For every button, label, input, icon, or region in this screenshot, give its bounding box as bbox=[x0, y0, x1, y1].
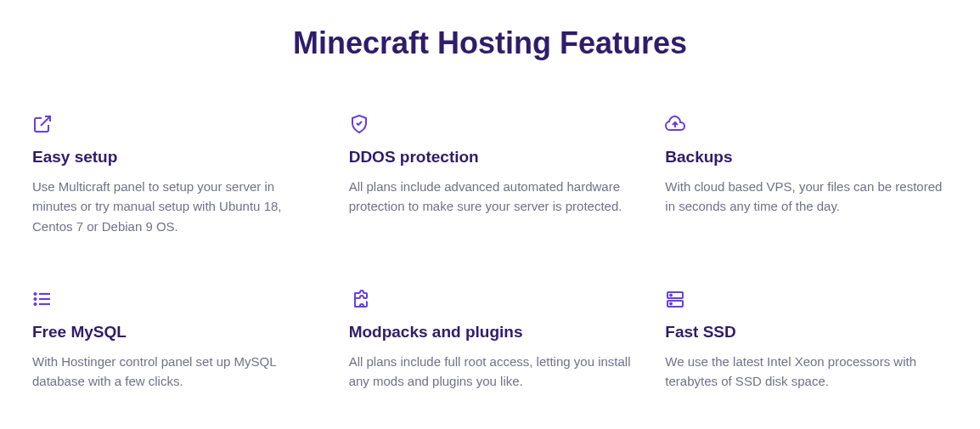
feature-easy-setup: Easy setup Use Multicraft panel to setup… bbox=[32, 112, 315, 236]
features-grid: Easy setup Use Multicraft panel to setup… bbox=[32, 112, 948, 391]
svg-point-4 bbox=[35, 298, 37, 300]
svg-point-8 bbox=[670, 294, 672, 296]
feature-description: With cloud based VPS, your files can be … bbox=[665, 177, 948, 217]
feature-free-mysql: Free MySQL With Hostinger control panel … bbox=[32, 287, 315, 392]
feature-title: Modpacks and plugins bbox=[349, 323, 632, 342]
page-heading: Minecraft Hosting Features bbox=[32, 25, 948, 61]
svg-point-3 bbox=[35, 293, 37, 295]
feature-title: Backups bbox=[665, 148, 948, 167]
feature-title: Easy setup bbox=[32, 148, 315, 167]
shield-check-icon bbox=[349, 112, 632, 136]
feature-description: All plans include full root access, lett… bbox=[349, 352, 632, 392]
external-link-icon bbox=[32, 112, 315, 136]
feature-description: Use Multicraft panel to setup your serve… bbox=[32, 177, 315, 236]
feature-title: DDOS protection bbox=[349, 148, 632, 167]
feature-description: All plans include advanced automated har… bbox=[349, 177, 632, 217]
feature-description: With Hostinger control panel set up MySQ… bbox=[32, 352, 315, 392]
list-icon bbox=[32, 287, 315, 311]
feature-modpacks-plugins: Modpacks and plugins All plans include f… bbox=[349, 287, 632, 392]
svg-point-9 bbox=[670, 302, 672, 304]
svg-point-5 bbox=[35, 303, 37, 305]
feature-ddos-protection: DDOS protection All plans include advanc… bbox=[349, 112, 632, 236]
puzzle-icon bbox=[349, 287, 632, 311]
cloud-upload-icon bbox=[665, 112, 948, 136]
feature-title: Free MySQL bbox=[32, 323, 315, 342]
server-icon bbox=[665, 287, 948, 311]
feature-backups: Backups With cloud based VPS, your files… bbox=[665, 112, 948, 236]
feature-fast-ssd: Fast SSD We use the latest Intel Xeon pr… bbox=[665, 287, 948, 392]
feature-title: Fast SSD bbox=[665, 323, 948, 342]
feature-description: We use the latest Intel Xeon processors … bbox=[665, 352, 948, 392]
